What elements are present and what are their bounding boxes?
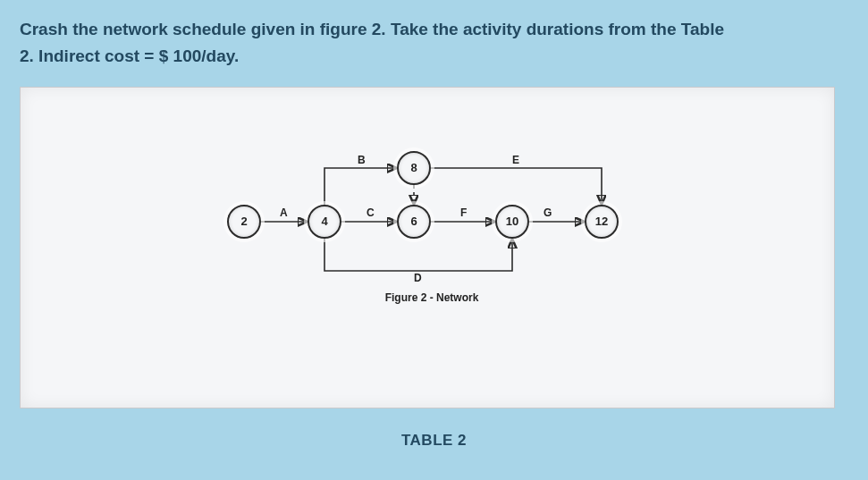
edge-label-g: G (542, 206, 553, 219)
node-2-label: 2 (240, 215, 247, 228)
edge-label-f: F (459, 206, 468, 219)
page: Crash the network schedule given in figu… (0, 0, 868, 450)
node-4: 4 (308, 205, 341, 239)
question-line-1: Crash the network schedule given in figu… (20, 20, 724, 38)
node-10-label: 10 (506, 215, 518, 228)
network-edges (226, 132, 637, 311)
node-6-label: 6 (410, 215, 417, 228)
node-4-label: 4 (321, 215, 327, 228)
node-6: 6 (397, 205, 431, 239)
table-label: TABLE 2 (20, 432, 848, 450)
node-12: 12 (585, 205, 619, 239)
edge-label-e: E (510, 154, 521, 166)
edge-label-d: D (412, 272, 424, 284)
network-diagram: 2 4 6 8 10 12 A B C D E F G Figure 2 - N… (226, 132, 637, 311)
question-line-2: 2. Indirect cost = $ 100/day. (20, 46, 239, 65)
edge-label-a: A (278, 206, 290, 219)
edge-label-b: B (356, 154, 367, 166)
figure-panel: 2 4 6 8 10 12 A B C D E F G Figure 2 - N… (20, 87, 835, 408)
question-text: Crash the network schedule given in figu… (20, 16, 848, 71)
edge-label-c: C (365, 206, 376, 219)
node-8-label: 8 (410, 161, 417, 174)
node-10: 10 (495, 205, 529, 239)
node-8: 8 (397, 151, 431, 185)
node-12-label: 12 (595, 215, 608, 228)
node-2: 2 (227, 205, 261, 239)
